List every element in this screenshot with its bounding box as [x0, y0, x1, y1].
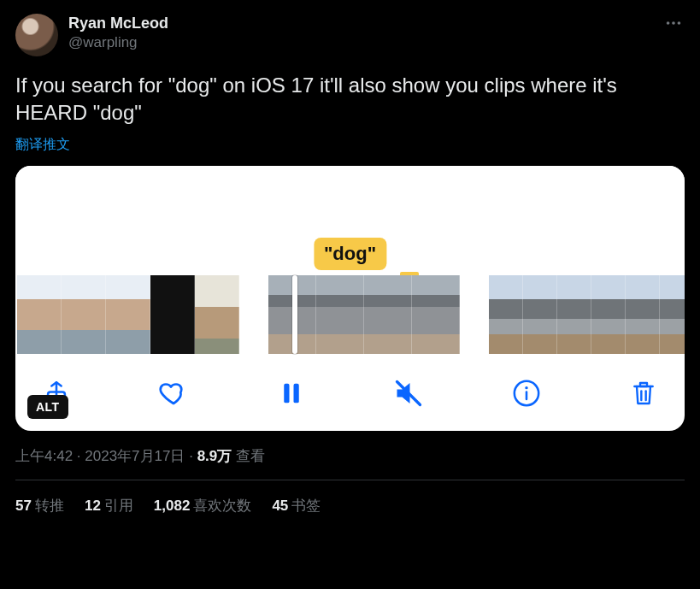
- clip-frame[interactable]: [106, 275, 150, 354]
- info-icon: [512, 379, 541, 408]
- clip-group[interactable]: [268, 275, 460, 354]
- user-handle[interactable]: @warpling: [68, 33, 168, 51]
- more-options-button[interactable]: [659, 9, 688, 38]
- separator: ·: [185, 448, 197, 464]
- svg-rect-5: [293, 384, 298, 403]
- views-label: 查看: [232, 448, 265, 464]
- retweets-stat[interactable]: 57转推: [15, 496, 64, 515]
- clip-frame[interactable]: [316, 275, 364, 354]
- clip-frame[interactable]: [62, 275, 106, 354]
- author-names: Ryan McLeod @warpling: [68, 14, 168, 51]
- alt-badge[interactable]: ALT: [27, 395, 68, 419]
- delete-button[interactable]: [626, 376, 661, 410]
- clip-frame[interactable]: [523, 275, 557, 354]
- trash-icon: [630, 379, 657, 408]
- clip-group[interactable]: [17, 275, 239, 354]
- avatar[interactable]: [15, 14, 58, 56]
- more-icon: [664, 14, 683, 32]
- stat-label: 书签: [291, 498, 321, 514]
- svg-point-9: [525, 386, 527, 389]
- stat-count: 12: [85, 498, 101, 514]
- clip-frame[interactable]: [195, 275, 239, 354]
- clip-frame[interactable]: [591, 275, 626, 354]
- stat-count: 1,082: [154, 498, 191, 514]
- info-button[interactable]: [509, 376, 544, 410]
- mute-button[interactable]: [391, 376, 426, 410]
- tweet-container: Ryan McLeod @warpling If you search for …: [0, 0, 700, 515]
- clip-frame[interactable]: [626, 275, 660, 354]
- clip-frame[interactable]: [150, 275, 195, 354]
- stat-label: 喜欢次数: [193, 498, 251, 514]
- svg-point-1: [672, 21, 675, 25]
- tweet-date[interactable]: 2023年7月17日: [85, 448, 185, 464]
- bookmarks-stat[interactable]: 45书签: [272, 496, 321, 515]
- pause-icon: [279, 379, 304, 408]
- clip-frame[interactable]: [489, 275, 523, 354]
- tweet-header: Ryan McLeod @warpling: [15, 14, 685, 56]
- separator: ·: [73, 448, 85, 464]
- pause-button[interactable]: [274, 376, 309, 410]
- stat-label: 转推: [35, 498, 64, 514]
- media-toolbar: [15, 354, 685, 431]
- stat-count: 57: [15, 498, 32, 514]
- clip-group[interactable]: [489, 275, 685, 354]
- clip-frame[interactable]: [412, 275, 460, 354]
- tweet-meta: 上午4:42 · 2023年7月17日 · 8.9万 查看: [15, 446, 685, 466]
- quotes-stat[interactable]: 12引用: [85, 496, 133, 515]
- translate-link[interactable]: 翻译推文: [15, 136, 70, 154]
- tweet-stats: 57转推 12引用 1,082喜欢次数 45书签: [15, 480, 685, 515]
- media-header-area: "dog": [15, 166, 685, 275]
- heart-icon: [158, 378, 189, 409]
- mute-icon: [393, 378, 424, 409]
- tweet-text: If you search for "dog" on iOS 17 it'll …: [15, 72, 685, 127]
- clip-frame[interactable]: [364, 275, 412, 354]
- clip-frame[interactable]: [660, 275, 685, 354]
- stat-count: 45: [272, 498, 288, 514]
- stat-label: 引用: [104, 498, 133, 514]
- media-card[interactable]: "dog": [15, 166, 685, 431]
- svg-rect-4: [284, 384, 289, 403]
- likes-stat[interactable]: 1,082喜欢次数: [154, 496, 252, 515]
- display-name[interactable]: Ryan McLeod: [68, 14, 168, 33]
- svg-point-2: [678, 21, 681, 25]
- video-timeline[interactable]: [15, 275, 685, 354]
- views-count[interactable]: 8.9万: [197, 448, 232, 464]
- clip-frame[interactable]: [557, 275, 591, 354]
- search-term-badge: "dog": [314, 238, 386, 270]
- tweet-time[interactable]: 上午4:42: [15, 448, 73, 464]
- svg-point-0: [667, 21, 670, 25]
- playhead[interactable]: [292, 275, 297, 354]
- like-button[interactable]: [156, 376, 191, 410]
- clip-frame[interactable]: [17, 275, 62, 354]
